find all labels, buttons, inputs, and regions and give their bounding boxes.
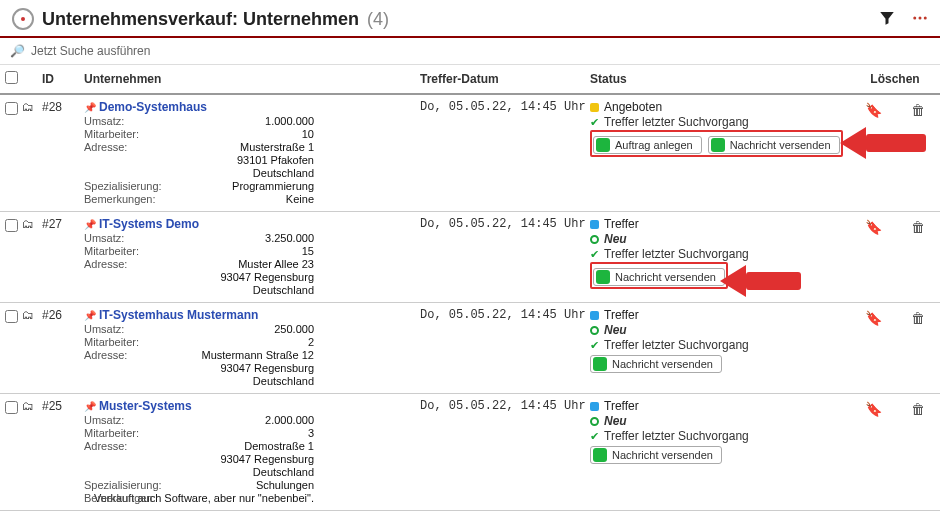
label-spezialisierung: Spezialisierung: (84, 180, 162, 192)
table-row: 🗂 #26 📌IT-Systemhaus Mustermann Umsatz:2… (0, 303, 940, 394)
stack-icon[interactable]: 🗂 (22, 100, 34, 114)
delete-icon[interactable]: 🗑 (911, 102, 925, 118)
search-bar[interactable]: 🔎 Jetzt Suche ausführen (0, 38, 940, 65)
row-date: Do, 05.05.22, 14:45 Uhr (420, 217, 590, 296)
status-square-icon (590, 402, 599, 411)
status-text: Angeboten (604, 100, 662, 114)
label-mitarbeiter: Mitarbeiter: (84, 128, 139, 140)
col-treffer-datum[interactable]: Treffer-Datum (420, 72, 590, 86)
status-last-search: Treffer letzter Suchvorgang (604, 429, 749, 443)
bookmark-icon[interactable]: 🔖 (865, 102, 882, 118)
status-text: Treffer (604, 217, 639, 231)
row-checkbox[interactable] (5, 401, 18, 414)
page-count: (4) (367, 9, 389, 30)
row-id: #27 (40, 217, 82, 296)
company-link[interactable]: Muster-Systems (99, 399, 192, 413)
pin-icon: 📌 (84, 219, 96, 230)
row-id: #26 (40, 308, 82, 387)
delete-icon[interactable]: 🗑 (911, 219, 925, 235)
company-link[interactable]: IT-Systems Demo (99, 217, 199, 231)
table-row: 🗂 #28 📌Demo-Systemhaus Umsatz:1.000.000 … (0, 95, 940, 212)
check-icon: ✔ (590, 339, 599, 352)
search-placeholder: Jetzt Suche ausführen (31, 44, 150, 58)
status-neu: Neu (604, 323, 627, 337)
row-id: #25 (40, 399, 82, 504)
stack-icon[interactable]: 🗂 (22, 308, 34, 322)
nachricht-versenden-button[interactable]: Nachricht versenden (590, 355, 722, 373)
pin-icon: 📌 (84, 102, 96, 113)
label-umsatz: Umsatz: (84, 414, 124, 426)
nachricht-versenden-button[interactable]: Nachricht versenden (708, 136, 840, 154)
search-icon: 🔎 (10, 44, 25, 58)
value-adresse-3: Deutschland (84, 375, 314, 387)
nachricht-versenden-button[interactable]: Nachricht versenden (590, 446, 722, 464)
check-icon: ✔ (590, 430, 599, 443)
label-umsatz: Umsatz: (84, 323, 124, 335)
green-dot-icon (593, 357, 607, 371)
company-link[interactable]: IT-Systemhaus Mustermann (99, 308, 258, 322)
delete-icon[interactable]: 🗑 (911, 310, 925, 326)
label-bemerkungen: Bemerkungen: (84, 492, 156, 504)
auftrag-anlegen-button[interactable]: Auftrag anlegen (593, 136, 702, 154)
select-all-checkbox[interactable] (5, 71, 18, 84)
col-unternehmen[interactable]: Unternehmen (82, 72, 420, 86)
value-adresse-2: 93101 Pfakofen (84, 154, 314, 166)
label-mitarbeiter: Mitarbeiter: (84, 245, 139, 257)
highlight-box: Nachricht versenden (590, 262, 728, 289)
col-status[interactable]: Status (590, 72, 850, 86)
row-checkbox[interactable] (5, 310, 18, 323)
row-id: #28 (40, 100, 82, 205)
value-adresse-2: 93047 Regensburg (84, 271, 314, 283)
row-checkbox[interactable] (5, 219, 18, 232)
pin-icon: 📌 (84, 310, 96, 321)
value-adresse-3: Deutschland (84, 167, 314, 179)
status-square-icon (590, 103, 599, 112)
label-umsatz: Umsatz: (84, 232, 124, 244)
bookmark-icon[interactable]: 🔖 (865, 310, 882, 326)
row-checkbox[interactable] (5, 102, 18, 115)
status-square-icon (590, 311, 599, 320)
filter-icon[interactable] (878, 9, 896, 30)
label-adresse: Adresse: (84, 258, 127, 270)
pin-icon: 📌 (84, 401, 96, 412)
value-adresse-2: 93047 Regensburg (84, 362, 314, 374)
green-dot-icon (596, 138, 610, 152)
label-spezialisierung: Spezialisierung: (84, 479, 162, 491)
label-umsatz: Umsatz: (84, 115, 124, 127)
company-link[interactable]: Demo-Systemhaus (99, 100, 207, 114)
page-title: Unternehmensverkauf: Unternehmen (42, 9, 359, 30)
label-mitarbeiter: Mitarbeiter: (84, 336, 139, 348)
stack-icon[interactable]: 🗂 (22, 399, 34, 413)
bookmark-icon[interactable]: 🔖 (865, 401, 882, 417)
ring-icon (590, 326, 599, 335)
label-adresse: Adresse: (84, 141, 127, 153)
label-bemerkungen: Bemerkungen: (84, 193, 156, 205)
status-text: Treffer (604, 308, 639, 322)
svg-point-0 (913, 16, 916, 19)
value-adresse-2: 93047 Regensburg (84, 453, 314, 465)
nachricht-versenden-button[interactable]: Nachricht versenden (593, 268, 725, 286)
green-dot-icon (596, 270, 610, 284)
table-row: 🗂 #25 📌Muster-Systems Umsatz:2.000.000 M… (0, 394, 940, 511)
green-dot-icon (711, 138, 725, 152)
col-id[interactable]: ID (40, 72, 82, 86)
row-date: Do, 05.05.22, 14:45 Uhr (420, 308, 590, 387)
row-date: Do, 05.05.22, 14:45 Uhr (420, 399, 590, 504)
page-header: Unternehmensverkauf: Unternehmen (4) (0, 0, 940, 38)
more-icon[interactable] (910, 9, 930, 30)
bookmark-icon[interactable]: 🔖 (865, 219, 882, 235)
status-square-icon (590, 220, 599, 229)
column-header-row: ID Unternehmen Treffer-Datum Status Lösc… (0, 65, 940, 95)
stack-icon[interactable]: 🗂 (22, 217, 34, 231)
row-date: Do, 05.05.22, 14:45 Uhr (420, 100, 590, 205)
annotation-arrow (720, 265, 801, 297)
label-adresse: Adresse: (84, 440, 127, 452)
highlight-box: Auftrag anlegen Nachricht versenden (590, 130, 843, 157)
green-dot-icon (593, 448, 607, 462)
status-last-search: Treffer letzter Suchvorgang (604, 338, 749, 352)
delete-icon[interactable]: 🗑 (911, 401, 925, 417)
status-neu: Neu (604, 414, 627, 428)
svg-point-1 (919, 16, 922, 19)
status-last-search: Treffer letzter Suchvorgang (604, 247, 749, 261)
col-loeschen: Löschen (850, 72, 940, 86)
